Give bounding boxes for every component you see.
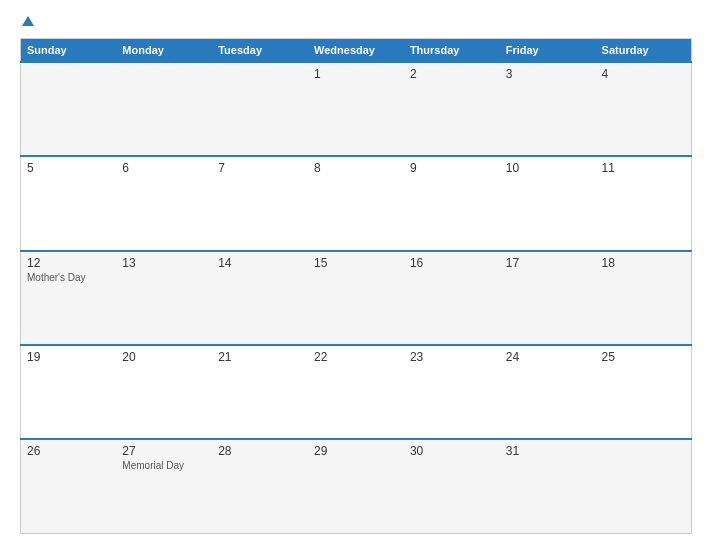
calendar-week-row: 2627Memorial Day28293031 (21, 439, 692, 533)
calendar-day-cell: 17 (500, 251, 596, 345)
day-number: 15 (314, 256, 398, 270)
day-number: 3 (506, 67, 590, 81)
holiday-label: Mother's Day (27, 272, 110, 283)
day-number: 9 (410, 161, 494, 175)
calendar-day-cell: 9 (404, 156, 500, 250)
calendar-day-cell: 5 (21, 156, 117, 250)
day-number: 28 (218, 444, 302, 458)
day-number: 13 (122, 256, 206, 270)
day-number: 23 (410, 350, 494, 364)
day-number: 29 (314, 444, 398, 458)
day-number: 22 (314, 350, 398, 364)
day-number: 19 (27, 350, 110, 364)
calendar-header-day: Friday (500, 39, 596, 63)
calendar-day-cell: 31 (500, 439, 596, 533)
calendar-day-cell: 12Mother's Day (21, 251, 117, 345)
calendar-day-cell: 14 (212, 251, 308, 345)
calendar-day-cell: 10 (500, 156, 596, 250)
calendar-day-cell: 24 (500, 345, 596, 439)
calendar-day-cell: 28 (212, 439, 308, 533)
calendar-day-cell (116, 62, 212, 156)
day-number: 27 (122, 444, 206, 458)
day-number: 21 (218, 350, 302, 364)
calendar-week-row: 12Mother's Day131415161718 (21, 251, 692, 345)
calendar-week-row: 567891011 (21, 156, 692, 250)
day-number: 26 (27, 444, 110, 458)
day-number: 25 (602, 350, 685, 364)
day-number: 8 (314, 161, 398, 175)
day-number: 4 (602, 67, 685, 81)
day-number: 5 (27, 161, 110, 175)
day-number: 16 (410, 256, 494, 270)
calendar-day-cell: 4 (596, 62, 692, 156)
day-number: 24 (506, 350, 590, 364)
day-number: 11 (602, 161, 685, 175)
calendar-day-cell (596, 439, 692, 533)
logo (20, 16, 34, 26)
calendar-day-cell: 6 (116, 156, 212, 250)
day-number: 10 (506, 161, 590, 175)
calendar-day-cell (212, 62, 308, 156)
calendar-day-cell: 27Memorial Day (116, 439, 212, 533)
calendar-day-cell: 22 (308, 345, 404, 439)
calendar-day-cell: 1 (308, 62, 404, 156)
calendar-header-day: Saturday (596, 39, 692, 63)
calendar-day-cell: 25 (596, 345, 692, 439)
calendar-week-row: 1234 (21, 62, 692, 156)
logo-triangle-icon (22, 16, 34, 26)
day-number: 6 (122, 161, 206, 175)
header (20, 16, 692, 26)
day-number: 2 (410, 67, 494, 81)
calendar-header-row: SundayMondayTuesdayWednesdayThursdayFrid… (21, 39, 692, 63)
calendar-header-day: Tuesday (212, 39, 308, 63)
calendar-day-cell: 15 (308, 251, 404, 345)
calendar-day-cell: 20 (116, 345, 212, 439)
calendar-day-cell: 13 (116, 251, 212, 345)
calendar-day-cell: 23 (404, 345, 500, 439)
calendar-day-cell (21, 62, 117, 156)
calendar-header-day: Thursday (404, 39, 500, 63)
calendar-header-day: Monday (116, 39, 212, 63)
calendar-day-cell: 26 (21, 439, 117, 533)
day-number: 18 (602, 256, 685, 270)
calendar-day-cell: 2 (404, 62, 500, 156)
day-number: 1 (314, 67, 398, 81)
calendar-header-day: Sunday (21, 39, 117, 63)
day-number: 14 (218, 256, 302, 270)
day-number: 17 (506, 256, 590, 270)
page: SundayMondayTuesdayWednesdayThursdayFrid… (0, 0, 712, 550)
day-number: 20 (122, 350, 206, 364)
calendar-table: SundayMondayTuesdayWednesdayThursdayFrid… (20, 38, 692, 534)
calendar-day-cell: 30 (404, 439, 500, 533)
holiday-label: Memorial Day (122, 460, 206, 471)
calendar-day-cell: 21 (212, 345, 308, 439)
day-number: 12 (27, 256, 110, 270)
calendar-day-cell: 29 (308, 439, 404, 533)
calendar-day-cell: 11 (596, 156, 692, 250)
calendar-header-day: Wednesday (308, 39, 404, 63)
day-number: 31 (506, 444, 590, 458)
day-number: 30 (410, 444, 494, 458)
calendar-day-cell: 8 (308, 156, 404, 250)
calendar-week-row: 19202122232425 (21, 345, 692, 439)
calendar-day-cell: 7 (212, 156, 308, 250)
logo-blue-text (20, 16, 34, 26)
calendar-day-cell: 19 (21, 345, 117, 439)
day-number: 7 (218, 161, 302, 175)
calendar-day-cell: 3 (500, 62, 596, 156)
calendar-day-cell: 18 (596, 251, 692, 345)
calendar-day-cell: 16 (404, 251, 500, 345)
